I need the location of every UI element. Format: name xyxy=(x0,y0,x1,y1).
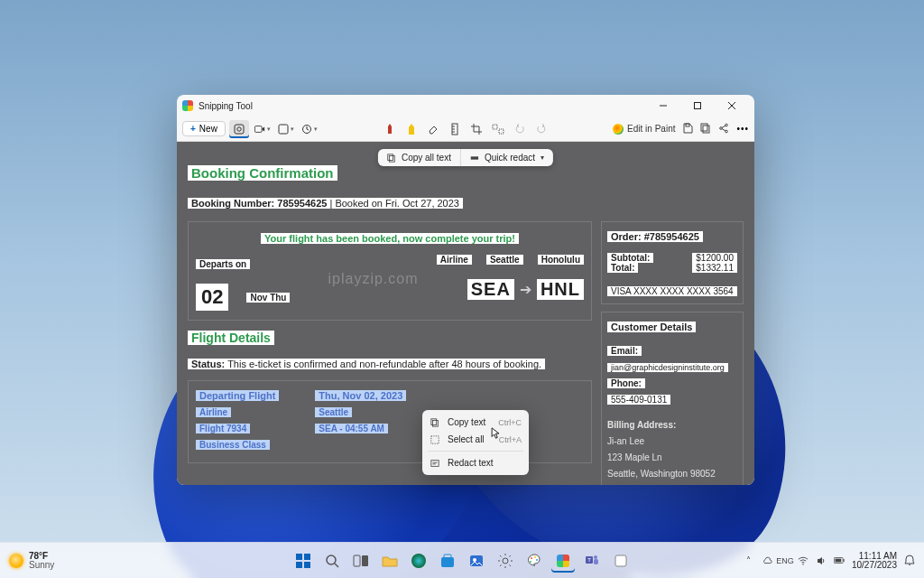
customer-email: jian@graphicdesigninstitute.org xyxy=(607,363,728,372)
airline-label: Airline xyxy=(437,255,472,265)
highlighter-icon[interactable] xyxy=(405,123,418,135)
close-button[interactable] xyxy=(715,95,749,117)
app-icon xyxy=(182,100,193,111)
svg-rect-19 xyxy=(701,124,707,131)
banner: Your flight has been booked, now complet… xyxy=(261,233,519,244)
depart-day: 02 xyxy=(196,284,228,311)
dest-code: HNL xyxy=(537,279,584,300)
save-icon[interactable] xyxy=(682,123,693,135)
ctx-redact-text[interactable]: Redact text xyxy=(422,454,529,471)
search-button[interactable] xyxy=(320,549,344,573)
start-button[interactable] xyxy=(291,549,315,573)
app-edge[interactable] xyxy=(407,549,430,573)
app-store[interactable] xyxy=(436,549,459,573)
svg-rect-4 xyxy=(235,125,244,134)
taskbar-apps: T xyxy=(291,549,633,573)
more-icon[interactable]: ••• xyxy=(736,124,749,134)
ctx-copy-shortcut: Ctrl+C xyxy=(498,418,522,427)
ctx-copy-text[interactable]: Copy textCtrl+C xyxy=(422,414,529,431)
arrow-right-icon: ➔ xyxy=(520,281,531,298)
copy-icon[interactable] xyxy=(700,123,711,135)
system-tray: ˄ ENG 11:11 AM 10/27/2023 xyxy=(744,552,915,570)
app-snipping-tool[interactable] xyxy=(551,549,575,573)
departing-flight-label: Departing Flight xyxy=(196,390,279,401)
trip-summary-panel: Your flight has been booked, now complet… xyxy=(188,221,592,321)
svg-rect-67 xyxy=(843,559,844,562)
select-all-icon xyxy=(430,435,440,444)
eraser-icon[interactable] xyxy=(427,123,439,135)
snip-mode-rect-button[interactable] xyxy=(229,120,249,138)
card-masked: VISA XXXX XXXX XXXX 3564 xyxy=(607,286,737,296)
airline-name: Airline xyxy=(196,407,231,417)
sun-icon xyxy=(9,554,23,568)
paint-icon xyxy=(613,124,624,135)
undo-icon[interactable] xyxy=(513,123,526,135)
wifi-icon[interactable] xyxy=(798,555,808,566)
chevron-up-icon[interactable]: ˄ xyxy=(744,555,754,566)
svg-rect-25 xyxy=(389,155,394,162)
app-explorer[interactable] xyxy=(378,549,402,573)
booking-confirmation-title: Booking Confirmation xyxy=(188,165,337,181)
quick-redact-button[interactable]: Quick redact▾ xyxy=(461,149,553,166)
flight-number: Flight 7934 xyxy=(196,424,250,434)
svg-point-59 xyxy=(536,559,538,561)
svg-point-65 xyxy=(802,563,803,564)
taskbar[interactable]: 78°F Sunny T ˄ ENG 11:11 AM 10/27/2023 xyxy=(0,542,924,578)
pen-red-icon[interactable] xyxy=(383,123,396,135)
svg-rect-40 xyxy=(354,555,360,566)
shape-mode-button[interactable] xyxy=(276,120,296,138)
edit-in-paint-label: Edit in Paint xyxy=(627,124,675,134)
svg-line-52 xyxy=(500,555,502,557)
svg-line-55 xyxy=(510,555,512,557)
app-paint[interactable] xyxy=(522,549,546,573)
svg-rect-7 xyxy=(279,125,288,134)
record-mode-button[interactable] xyxy=(253,120,273,138)
svg-rect-27 xyxy=(471,156,478,159)
svg-rect-15 xyxy=(493,125,497,129)
svg-point-5 xyxy=(237,126,241,130)
svg-rect-17 xyxy=(686,124,689,126)
svg-point-42 xyxy=(411,554,426,568)
dest-city: Honolulu xyxy=(538,255,584,265)
language-indicator[interactable]: ENG xyxy=(780,555,790,566)
tray-time: 11:11 AM xyxy=(852,552,897,561)
clock[interactable]: 11:11 AM 10/27/2023 xyxy=(852,552,897,570)
booking-number-line: Booking Number: 785954625 | Booked on Fr… xyxy=(188,198,463,209)
subtotal-label: Subtotal: xyxy=(607,253,653,263)
new-snip-button[interactable]: +New xyxy=(182,121,226,136)
copy-all-text-label: Copy all text xyxy=(402,153,451,163)
text-actions-icon[interactable] xyxy=(492,123,504,135)
svg-line-24 xyxy=(722,128,725,131)
edit-in-paint-button[interactable]: Edit in Paint xyxy=(613,124,675,135)
ctx-select-all[interactable]: Select allCtrl+A xyxy=(422,431,529,448)
delay-button[interactable] xyxy=(300,120,319,138)
share-icon[interactable] xyxy=(718,123,729,135)
depart-month-weekday: Nov Thu xyxy=(246,293,290,303)
ruler-icon[interactable] xyxy=(448,123,461,135)
app-settings[interactable] xyxy=(494,549,517,573)
redo-icon[interactable] xyxy=(535,123,548,135)
origin-code: SEA xyxy=(467,279,514,300)
crop-icon[interactable] xyxy=(470,123,483,135)
app-photos[interactable] xyxy=(465,549,488,573)
notifications-icon[interactable] xyxy=(904,555,915,566)
weather-cond: Sunny xyxy=(29,561,54,570)
app-teams[interactable]: T xyxy=(580,549,604,573)
maximize-button[interactable] xyxy=(680,95,715,117)
volume-icon[interactable] xyxy=(816,555,827,566)
onedrive-icon[interactable] xyxy=(762,555,772,566)
depart-date: Thu, Nov 02, 2023 xyxy=(315,390,406,401)
minimize-button[interactable] xyxy=(646,95,680,117)
depart-city: Seattle xyxy=(315,407,352,417)
ctx-redact-label: Redact text xyxy=(448,458,494,468)
departing-flight-panel: Departing Flight Airline Flight 7934 Bus… xyxy=(188,380,592,463)
email-label: Email: xyxy=(607,346,642,356)
customer-phone: 555-409-0131 xyxy=(607,395,670,405)
svg-rect-1 xyxy=(695,103,701,109)
app-generic[interactable] xyxy=(609,549,633,573)
battery-icon[interactable] xyxy=(834,555,845,566)
phone-label: Phone: xyxy=(607,378,645,388)
copy-all-text-button[interactable]: Copy all text xyxy=(378,149,460,166)
weather-widget[interactable]: 78°F Sunny xyxy=(9,552,54,570)
task-view-button[interactable] xyxy=(349,549,373,573)
